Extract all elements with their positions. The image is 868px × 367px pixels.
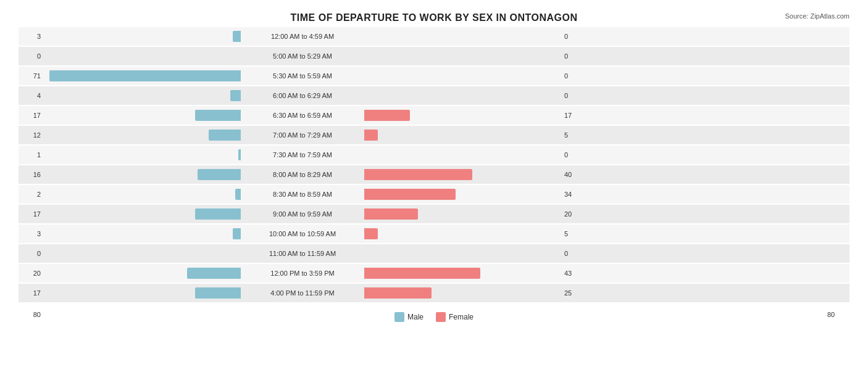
chart-row: 71 5:30 AM to 5:59 AM 0 xyxy=(19,67,849,85)
male-bar xyxy=(235,189,241,200)
chart-row: 17 6:30 AM to 6:59 AM 17 xyxy=(19,106,849,125)
male-bar-wrap xyxy=(43,51,241,62)
male-bar-wrap xyxy=(43,268,241,279)
axis-left-min: 80 xyxy=(19,311,43,318)
legend: Male Female xyxy=(43,312,825,322)
chart-row: 12 7:00 AM to 7:29 AM 5 xyxy=(19,126,849,144)
male-value: 3 xyxy=(19,33,43,40)
female-value: 5 xyxy=(562,230,586,237)
male-value: 17 xyxy=(19,112,43,119)
female-bar xyxy=(364,268,480,279)
male-value: 0 xyxy=(19,52,43,60)
time-label: 8:30 AM to 8:59 AM xyxy=(241,191,364,198)
male-bar-wrap xyxy=(43,149,241,160)
legend-male-label: Male xyxy=(407,313,424,321)
female-value: 40 xyxy=(562,171,586,178)
male-bar xyxy=(195,208,241,220)
female-bar-wrap xyxy=(364,169,562,180)
time-label: 11:00 AM to 11:59 AM xyxy=(241,250,364,257)
female-value: 43 xyxy=(562,270,586,277)
female-value: 0 xyxy=(562,92,586,99)
time-label: 6:00 AM to 6:29 AM xyxy=(241,92,364,99)
female-bar-wrap xyxy=(364,149,562,160)
male-value: 71 xyxy=(19,72,43,80)
male-bar-wrap xyxy=(43,287,241,299)
male-bar-wrap xyxy=(43,110,241,121)
legend-female-box xyxy=(436,312,446,322)
male-value: 2 xyxy=(19,191,43,198)
female-bar xyxy=(364,130,378,141)
time-label: 10:00 AM to 10:59 AM xyxy=(241,230,364,237)
female-value: 0 xyxy=(562,72,586,80)
female-bar-wrap xyxy=(364,287,562,299)
chart-area: 3 12:00 AM to 4:59 AM 0 0 5:00 AM to 5:2… xyxy=(19,27,849,302)
female-bar xyxy=(364,110,410,121)
female-bar-wrap xyxy=(364,90,562,101)
female-value: 25 xyxy=(562,289,586,297)
chart-row: 2 8:30 AM to 8:59 AM 34 xyxy=(19,185,849,204)
female-bar-wrap xyxy=(364,70,562,81)
time-label: 9:00 AM to 9:59 AM xyxy=(241,210,364,218)
male-bar xyxy=(49,70,241,81)
chart-row: 16 8:00 AM to 8:29 AM 40 xyxy=(19,165,849,184)
female-value: 0 xyxy=(562,52,586,60)
male-value: 0 xyxy=(19,250,43,257)
female-value: 0 xyxy=(562,33,586,40)
male-bar-wrap xyxy=(43,228,241,239)
male-value: 4 xyxy=(19,92,43,99)
male-bar xyxy=(230,90,241,101)
axis-right-max: 80 xyxy=(825,311,849,318)
female-bar-wrap xyxy=(364,130,562,141)
chart-title: TIME OF DEPARTURE TO WORK BY SEX IN ONTO… xyxy=(19,12,849,23)
female-bar-wrap xyxy=(364,31,562,42)
chart-row: 17 4:00 PM to 11:59 PM 25 xyxy=(19,284,849,302)
female-value: 17 xyxy=(562,112,586,119)
legend-spacer: Male Female xyxy=(43,307,825,322)
time-label: 8:00 AM to 8:29 AM xyxy=(241,171,364,178)
male-value: 1 xyxy=(19,151,43,159)
male-bar xyxy=(233,31,241,42)
male-bar xyxy=(198,169,241,180)
female-bar-wrap xyxy=(364,110,562,121)
male-bar-wrap xyxy=(43,90,241,101)
chart-row: 3 12:00 AM to 4:59 AM 0 xyxy=(19,27,849,46)
female-value: 0 xyxy=(562,250,586,257)
male-bar-wrap xyxy=(43,130,241,141)
male-value: 12 xyxy=(19,131,43,139)
female-bar xyxy=(364,189,456,200)
male-bar-wrap xyxy=(43,31,241,42)
female-bar-wrap xyxy=(364,208,562,220)
female-value: 5 xyxy=(562,131,586,139)
female-bar-wrap xyxy=(364,268,562,279)
time-label: 7:00 AM to 7:29 AM xyxy=(241,131,364,139)
female-value: 20 xyxy=(562,210,586,218)
male-value: 3 xyxy=(19,230,43,237)
female-bar-wrap xyxy=(364,248,562,259)
male-bar xyxy=(187,268,241,279)
chart-row: 0 11:00 AM to 11:59 AM 0 xyxy=(19,244,849,263)
time-label: 7:30 AM to 7:59 AM xyxy=(241,151,364,159)
chart-row: 20 12:00 PM to 3:59 PM 43 xyxy=(19,264,849,282)
female-bar xyxy=(364,208,418,220)
female-bar-wrap xyxy=(364,189,562,200)
time-label: 4:00 PM to 11:59 PM xyxy=(241,289,364,297)
time-label: 5:00 AM to 5:29 AM xyxy=(241,52,364,60)
chart-row: 4 6:00 AM to 6:29 AM 0 xyxy=(19,86,849,105)
legend-male-box xyxy=(394,312,404,322)
female-bar xyxy=(364,228,378,239)
legend-female: Female xyxy=(436,312,474,322)
chart-row: 17 9:00 AM to 9:59 AM 20 xyxy=(19,205,849,223)
male-bar-wrap xyxy=(43,248,241,259)
legend-female-label: Female xyxy=(449,313,474,321)
time-label: 12:00 AM to 4:59 AM xyxy=(241,33,364,40)
female-bar xyxy=(364,287,432,299)
chart-row: 3 10:00 AM to 10:59 AM 5 xyxy=(19,225,849,243)
female-value: 34 xyxy=(562,191,586,198)
male-bar xyxy=(195,287,241,299)
male-value: 17 xyxy=(19,210,43,218)
male-bar-wrap xyxy=(43,189,241,200)
male-value: 20 xyxy=(19,270,43,277)
female-bar-wrap xyxy=(364,51,562,62)
axis-bottom: 80 Male Female 80 xyxy=(19,307,849,322)
female-bar-wrap xyxy=(364,228,562,239)
